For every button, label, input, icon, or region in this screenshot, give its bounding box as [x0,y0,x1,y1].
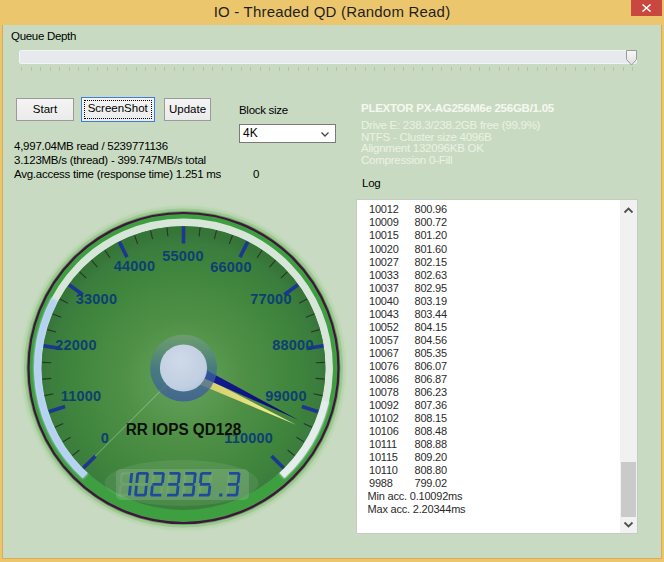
svg-text:99000: 99000 [265,388,306,404]
svg-text:11000: 11000 [61,388,102,404]
svg-text:66000: 66000 [210,259,251,275]
svg-text:RR IOPS QD128: RR IOPS QD128 [126,419,242,438]
svg-text:44000: 44000 [114,258,155,274]
svg-text:55000: 55000 [162,248,203,264]
svg-text:88000: 88000 [272,337,313,353]
svg-text:22000: 22000 [55,337,96,353]
svg-text:77000: 77000 [250,291,291,307]
svg-text:33000: 33000 [76,291,117,307]
